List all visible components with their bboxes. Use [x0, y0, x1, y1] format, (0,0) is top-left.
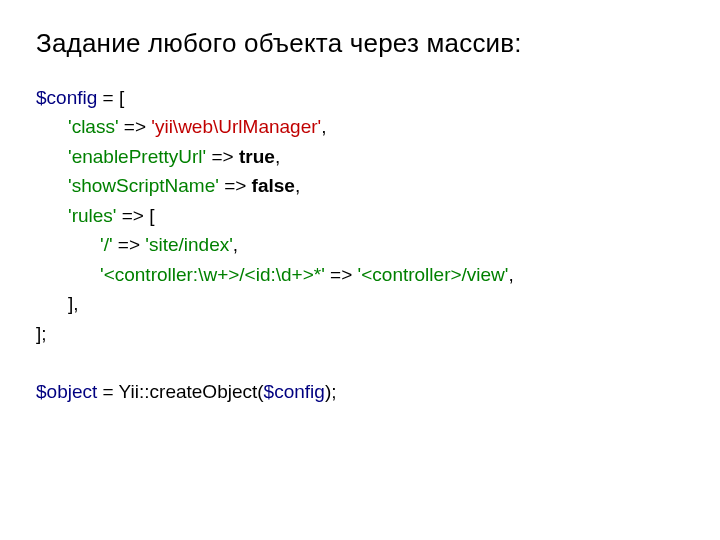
code-boolean: false: [252, 175, 295, 196]
code-punct: =>: [113, 234, 146, 255]
code-classname: 'yii\web\UrlManager': [151, 116, 321, 137]
code-punct: ,: [233, 234, 238, 255]
code-punct: ,: [275, 146, 280, 167]
code-punct: =>: [219, 175, 252, 196]
code-punct: => [: [116, 205, 154, 226]
code-variable: $object: [36, 381, 97, 402]
code-string: 'rules': [68, 205, 116, 226]
code-string: 'enablePrettyUrl': [68, 146, 206, 167]
code-punct: ],: [68, 293, 79, 314]
code-punct: ,: [321, 116, 326, 137]
code-punct: ,: [295, 175, 300, 196]
code-line: '/' => 'site/index',: [36, 230, 684, 259]
code-punct: =>: [119, 116, 152, 137]
code-punct: = [: [97, 87, 124, 108]
code-line: ],: [36, 289, 684, 318]
blank-line: [36, 348, 684, 377]
code-line: 'rules' => [: [36, 201, 684, 230]
code-string: 'site/index': [145, 234, 233, 255]
code-boolean: true: [239, 146, 275, 167]
code-line: 'enablePrettyUrl' => true,: [36, 142, 684, 171]
code-line: $config = [: [36, 83, 684, 112]
code-string: '<controller:\w+>/<id:\d+>*': [100, 264, 325, 285]
code-block: $config = [ 'class' => 'yii\web\UrlManag…: [36, 83, 684, 407]
code-variable: $config: [264, 381, 325, 402]
code-line: $object = Yii::createObject($config);: [36, 377, 684, 406]
slide: Задание любого объекта через массив: $co…: [0, 0, 720, 435]
code-string: 'class': [68, 116, 119, 137]
code-line: '<controller:\w+>/<id:\d+>*' => '<contro…: [36, 260, 684, 289]
code-string: '<controller>/view': [358, 264, 509, 285]
slide-title: Задание любого объекта через массив:: [36, 28, 684, 59]
code-line: 'class' => 'yii\web\UrlManager',: [36, 112, 684, 141]
code-punct: =>: [206, 146, 239, 167]
code-punct: ];: [36, 323, 47, 344]
code-string: 'showScriptName': [68, 175, 219, 196]
code-line: ];: [36, 319, 684, 348]
code-punct: = Yii::createObject(: [97, 381, 263, 402]
code-variable: $config: [36, 87, 97, 108]
code-punct: );: [325, 381, 337, 402]
code-string: '/': [100, 234, 113, 255]
code-punct: =>: [325, 264, 358, 285]
code-line: 'showScriptName' => false,: [36, 171, 684, 200]
code-punct: ,: [508, 264, 513, 285]
